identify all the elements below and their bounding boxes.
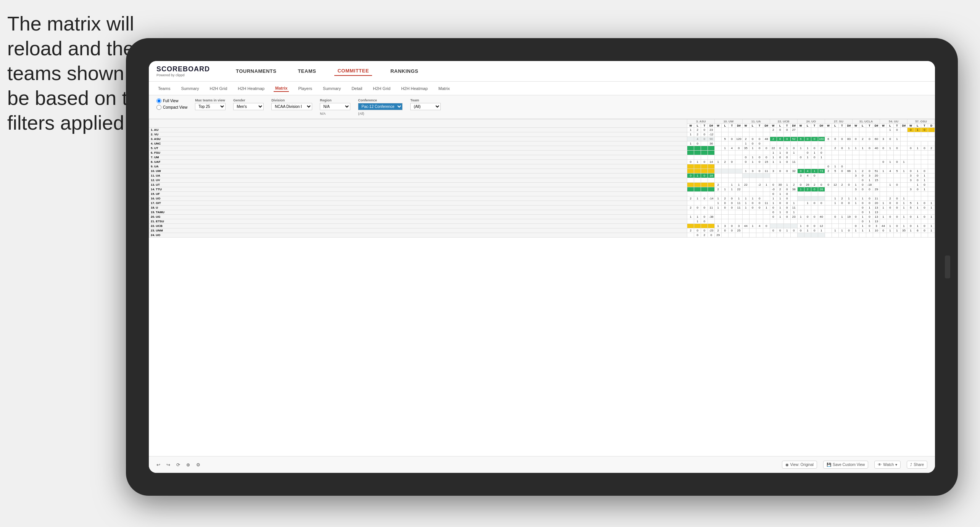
sub-l-asu: L [694,124,701,128]
table-row: 8. UAF 01014 120 01015 11011 0101 [149,160,935,164]
row-label-ug: 20. UG [149,215,687,219]
conference-select[interactable]: Pac-12 Conference (All) [358,103,403,110]
save-icon: 💾 [827,463,831,467]
redo-icon[interactable]: ↪ [166,462,170,468]
matrix-container[interactable]: 3. ASU 10. UW 11. UA 22. UCB 24. UO 27. … [149,119,935,456]
conference-label: Conference [358,98,403,102]
matrix-table: 3. ASU 10. UW 11. UA 22. UCB 24. UO 27. … [149,119,935,238]
full-view-option[interactable]: Full View [156,98,187,103]
tablet-frame: SCOREBOARD Powered by clippd TOURNAMENTS… [126,38,958,496]
row-label-ua11: 11. UA [149,174,687,178]
table-row: 22. UCB 1303 44140 10012 0103 44101 0101 [149,224,935,228]
sub-w-ucb: W [770,124,777,128]
tab-players[interactable]: Players [297,85,314,92]
tab-matrix2[interactable]: Matrix [437,85,451,92]
sub-d-su: Dif [846,124,853,128]
watch-chevron: ▾ [895,463,897,467]
share-label: Share [914,463,924,467]
table-row: 20. UG 110-38 01023 10040 0119 01013 100… [149,215,935,219]
sub-l-ucla: L [859,124,866,128]
tab-matrix[interactable]: Matrix [274,85,289,92]
save-custom-label: Save Custom View [833,463,865,467]
view-original-button[interactable]: ◉ View: Original [782,461,817,469]
sub-l-uu: L [887,124,894,128]
col-header-osu: 57. OSU [907,119,935,124]
watch-icon: 👁 [878,463,882,467]
sub-w-uo: W [797,124,804,128]
table-row: 18. U 20011 10011 1001 01011 0113 1001 5… [149,206,935,210]
row-label-ut13: 13. UT [149,183,687,187]
refresh-icon[interactable]: ⟳ [176,462,180,468]
sub-d-ucb: Dif [790,124,797,128]
sub-w-uw: W [715,124,722,128]
max-teams-select[interactable]: Top 25 Top 50 All [195,103,226,110]
tab-h2h-grid2[interactable]: H2H Grid [371,85,392,92]
tab-teams[interactable]: Teams [156,85,172,92]
table-row: 9. UA 010 [149,164,935,169]
sub-d-ucla: Dif [873,124,880,128]
save-custom-button[interactable]: 💾 Save Custom View [823,461,868,469]
table-row: 11. UA 01018 340 30320 301 [149,174,935,178]
region-select[interactable]: N/A [320,103,350,110]
gender-filter: Gender Men's Women's [233,98,264,110]
table-row: 23. UNM 200-23 20025 0010 0101 110 11110… [149,228,935,233]
share-button[interactable]: ⤴ Share [907,461,927,469]
tab-detail[interactable]: Detail [350,85,364,92]
row-label-uo16: 16. UO [149,196,687,201]
app-header: SCOREBOARD Powered by clippd TOURNAMENTS… [149,61,935,82]
compact-view-radio[interactable] [156,105,161,110]
team-filter: Team (All) [410,98,441,110]
tab-h2h-heatmap2[interactable]: H2H Heatmap [400,85,429,92]
sub-d-uu: Dif [901,124,907,128]
max-teams-label: Max teams in view [195,98,226,102]
tablet-screen: SCOREBOARD Powered by clippd TOURNAMENTS… [149,61,935,473]
sub-w-su: W [825,124,832,128]
view-original-icon: ◉ [785,463,789,467]
sub-d-osu: D [928,124,935,128]
sub-tabs: Teams Summary H2H Grid H2H Heatmap Matri… [149,82,935,95]
table-row: 15. UF 010 [149,192,935,196]
row-label-uv: 12. UV [149,178,687,183]
sub-d-uo: Dif [818,124,825,128]
division-select[interactable]: NCAA Division I NCAA Division II NCAA Di… [271,103,312,110]
view-original-label: View: Original [790,463,814,467]
sub-t-uw: T [729,124,735,128]
zoom-icon[interactable]: ⊕ [186,462,190,468]
sub-l-uo: L [804,124,811,128]
table-row: 12. UV 0115 301 [149,178,935,183]
sub-t-ucb: T [783,124,790,128]
sub-l-osu: L [914,124,921,128]
tab-summary[interactable]: Summary [179,85,200,92]
sub-w-osu: W [907,124,914,128]
nav-committee[interactable]: COMMITTEE [334,66,372,76]
sub-l-ua: L [749,124,756,128]
undo-icon[interactable]: ↩ [156,462,160,468]
tab-summary2[interactable]: Summary [321,85,342,92]
row-label-uf: 15. UF [149,192,687,196]
table-row: 1. AU 12023 20027 10 010 [149,128,935,132]
col-header-ua: 11. UA [742,119,770,124]
row-label-unc: 4. UNC [149,141,687,146]
gender-select[interactable]: Men's Women's [233,103,264,110]
sub-d-asu: Dif [708,124,715,128]
row-label-unm: 23. UNM [149,228,687,233]
nav-rankings[interactable]: RANKINGS [387,67,421,76]
tab-h2h-grid[interactable]: H2H Grid [208,85,229,92]
table-row: 4. UNC 1036 100 [149,141,935,146]
nav-teams[interactable]: TEAMS [295,67,319,76]
tablet-home-button[interactable] [945,255,950,278]
settings-icon[interactable]: ⚙ [196,462,200,468]
matrix-corner [149,119,687,128]
row-label-uaf: 8. UAF [149,160,687,164]
watch-label: Watch [883,463,894,467]
table-row: 10. UW 13011 30032 04173 25066 12051 145… [149,169,935,174]
full-view-radio[interactable] [156,98,161,103]
sub-t-ua: T [756,124,763,128]
nav-tournaments[interactable]: TOURNAMENTS [233,67,279,76]
watch-button[interactable]: 👁 Watch ▾ [874,461,901,469]
gender-label: Gender [233,98,264,102]
tab-h2h-heatmap[interactable]: H2H Heatmap [236,85,266,92]
team-select[interactable]: (All) [410,103,441,110]
compact-view-option[interactable]: Compact View [156,105,187,110]
sub-t-su: T [839,124,846,128]
